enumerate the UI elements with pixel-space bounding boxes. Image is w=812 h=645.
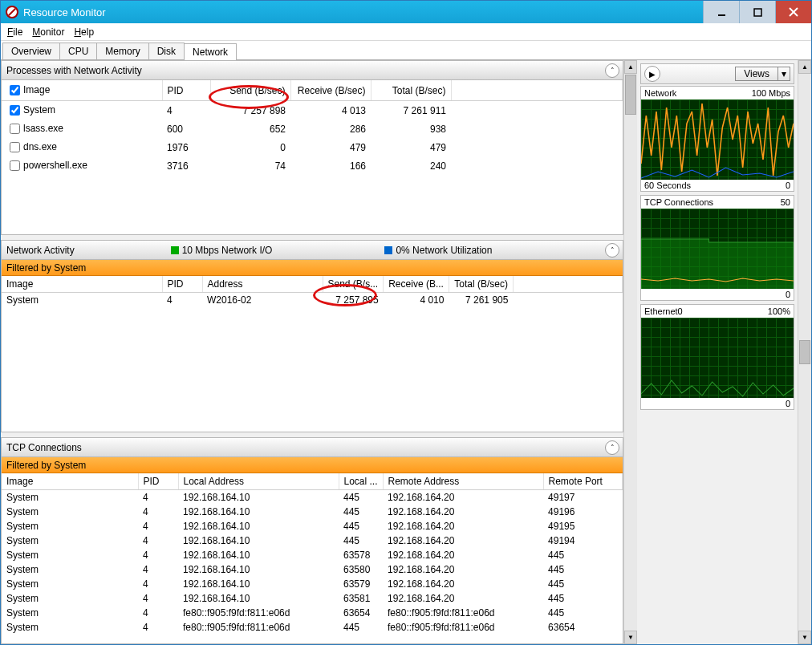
legend-util: 0% Network Utilization [396,245,492,256]
graph-foot-right: 0 [786,290,790,299]
col-remote-port[interactable]: Remote Port [543,473,622,490]
tcp-table: Image PID Local Address Local ... Remote… [2,473,623,635]
table-row[interactable]: System4fe80::f905:f9fd:f811:e06d63654fe8… [2,606,623,620]
graph-foot-right: 0 [786,181,790,190]
tab-network[interactable]: Network [184,43,237,60]
tcp-header[interactable]: TCP Connections ˄ [2,438,623,457]
table-row[interactable]: System4192.168.164.10445192.168.164.2049… [2,505,623,519]
menu-file[interactable]: File [7,26,22,38]
col-pid[interactable]: PID [162,80,210,101]
row-checkbox[interactable] [10,105,20,116]
graph-title: Ethernet0 [644,306,683,316]
graph-scale: 100% [768,306,790,316]
graph-canvas [641,318,794,398]
activity-table: Image PID Address Send (B/s... Receive (… [2,276,623,307]
table-row[interactable]: System4192.168.164.1063580192.168.164.20… [2,562,623,577]
graph-canvas [641,209,794,289]
scroll-up-icon[interactable]: ▲ [798,60,811,74]
scroll-down-icon[interactable]: ▼ [624,631,637,644]
select-all-checkbox[interactable] [10,85,20,95]
close-button[interactable] [775,1,811,23]
col-image[interactable]: Image [2,276,162,293]
processes-table: Image PID Send (B/sec) Receive (B/sec) T… [2,80,623,175]
table-row[interactable]: System4192.168.164.10445192.168.164.2049… [2,519,623,533]
graph-foot-left: 60 Seconds [644,181,691,190]
collapse-icon[interactable]: ˄ [605,63,619,78]
table-row[interactable]: System4192.168.164.1063578192.168.164.20… [2,548,623,562]
tabs: Overview CPU Memory Disk Network [1,41,811,60]
filtered-bar: Filtered by System [2,260,623,276]
col-image[interactable]: Image [2,473,138,490]
scroll-down-icon[interactable]: ▼ [798,631,811,644]
views-dropdown-icon[interactable]: ▾ [778,67,790,81]
table-row[interactable]: System4192.168.164.10445192.168.164.2049… [2,533,623,548]
processes-title: Processes with Network Activity [6,65,142,76]
legend-io: 10 Mbps Network I/O [182,245,273,256]
table-row[interactable]: System4fe80::f905:f9fd:f811:e06d445fe80:… [2,620,623,635]
menu-monitor[interactable]: Monitor [32,26,64,38]
tab-overview[interactable]: Overview [2,43,60,59]
col-send[interactable]: Send (B/s... [323,276,384,293]
graph-title: Network [644,88,676,98]
table-row[interactable]: System4192.168.164.1063579192.168.164.20… [2,577,623,591]
window-title: Resource Monitor [23,6,106,18]
table-row[interactable]: powershell.exe371674166240 [2,156,623,175]
main-scrollbar[interactable]: ▲ ▼ [623,60,637,644]
views-button[interactable]: Views [735,67,778,81]
side-graphs: ▶ Views ▾ Network100 Mbps 60 Seconds0 TC… [637,60,798,644]
col-local-addr[interactable]: Local Address [178,473,339,490]
row-checkbox[interactable] [10,124,20,134]
menu-help[interactable]: Help [74,26,94,38]
tab-cpu[interactable]: CPU [59,43,97,59]
table-row[interactable]: dns.exe19760479479 [2,138,623,156]
scroll-thumb[interactable] [799,340,810,364]
collapse-icon[interactable]: ˄ [605,243,619,258]
tcp-panel: TCP Connections ˄ Filtered by System Ima… [1,437,623,644]
tab-disk[interactable]: Disk [148,43,185,59]
titlebar[interactable]: Resource Monitor [1,1,811,23]
minimize-button[interactable] [703,1,739,23]
side-toolbar: ▶ Views ▾ [640,63,794,84]
graph-title: TCP Connections [644,197,713,207]
processes-panel: Processes with Network Activity ˄ Image … [1,60,623,235]
legend-blue-icon [384,246,392,254]
collapse-icon[interactable]: ˄ [605,440,619,455]
collapse-side-icon[interactable]: ▶ [644,66,660,82]
graph-tcp: TCP Connections50 0 [640,195,794,301]
table-row[interactable]: System4W2016-027 257 8954 0107 261 905 [2,293,623,308]
activity-panel: Network Activity 10 Mbps Network I/O 0% … [1,240,623,432]
table-row[interactable]: System4192.168.164.1063581192.168.164.20… [2,591,623,606]
filtered-bar: Filtered by System [2,457,623,473]
side-scrollbar[interactable]: ▲ ▼ [798,60,811,644]
col-pid[interactable]: PID [138,473,178,490]
resource-monitor-window: Resource Monitor File Monitor Help Overv… [0,0,812,645]
graph-foot-right: 0 [786,399,790,408]
col-local-port[interactable]: Local ... [339,473,383,490]
menubar: File Monitor Help [1,23,811,41]
col-recv[interactable]: Receive (B/sec) [290,80,371,101]
table-row[interactable]: System47 257 8984 0137 261 911 [2,101,623,120]
legend-green-icon [171,246,179,254]
col-recv[interactable]: Receive (B... [384,276,449,293]
row-checkbox[interactable] [10,160,20,171]
col-total[interactable]: Total (B/sec) [371,80,451,101]
col-address[interactable]: Address [202,276,323,293]
svg-rect-1 [754,9,761,16]
activity-header[interactable]: Network Activity 10 Mbps Network I/O 0% … [2,241,623,260]
col-pid[interactable]: PID [162,276,202,293]
scroll-thumb[interactable] [625,75,636,115]
table-row[interactable]: System4192.168.164.10445192.168.164.2049… [2,490,623,505]
graph-scale: 100 Mbps [752,88,790,98]
maximize-button[interactable] [739,1,775,23]
tab-memory[interactable]: Memory [96,43,148,59]
activity-title: Network Activity [6,245,75,256]
scroll-up-icon[interactable]: ▲ [624,60,637,74]
table-row[interactable]: lsass.exe600652286938 [2,120,623,138]
col-image[interactable]: Image [23,84,50,95]
col-total[interactable]: Total (B/sec) [449,276,513,293]
col-remote-addr[interactable]: Remote Address [383,473,543,490]
col-send[interactable]: Send (B/sec) [210,80,290,101]
graph-ethernet: Ethernet0100% 0 [640,304,794,410]
processes-header[interactable]: Processes with Network Activity ˄ [2,61,623,80]
row-checkbox[interactable] [10,142,20,152]
